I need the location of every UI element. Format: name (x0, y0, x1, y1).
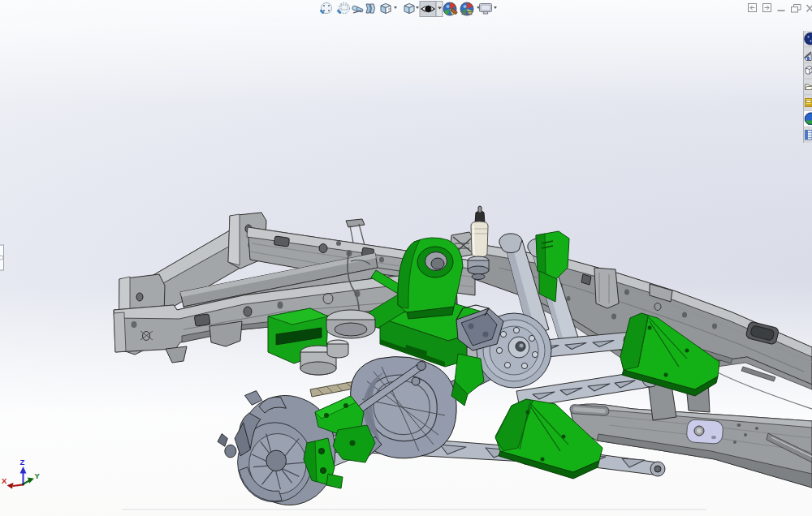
svg-text:X: X (2, 476, 7, 485)
svg-text:Z: Z (20, 458, 25, 467)
svg-text:Y: Y (35, 471, 41, 480)
